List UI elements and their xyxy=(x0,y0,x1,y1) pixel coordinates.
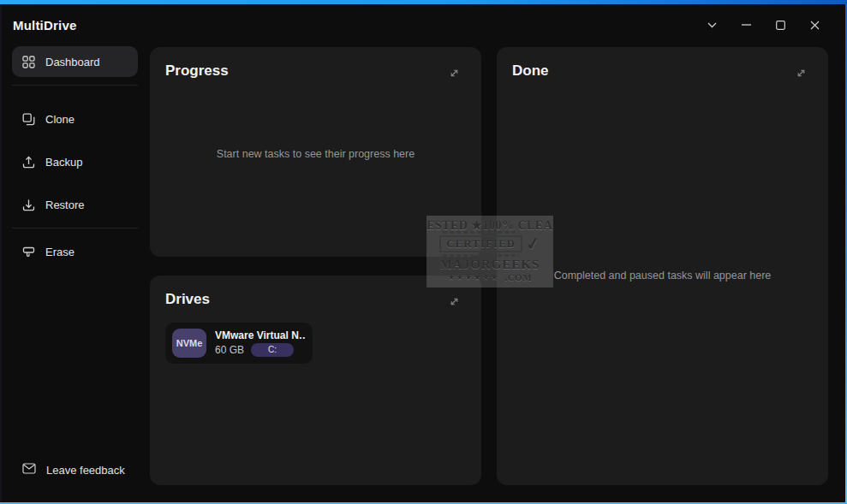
leave-feedback-label: Leave feedback xyxy=(46,464,125,477)
expand-icon[interactable] xyxy=(446,65,462,80)
window-frame-left xyxy=(0,4,2,502)
sidebar-item-dashboard[interactable]: Dashboard xyxy=(12,46,138,77)
sidebar-item-label: Clone xyxy=(45,113,75,126)
dashboard-grid-icon xyxy=(22,56,35,68)
sidebar-item-backup[interactable]: Backup xyxy=(12,146,138,177)
watermark-com-text: .COM xyxy=(504,272,532,282)
eraser-icon xyxy=(22,246,35,258)
titlebar: MultiDrive xyxy=(0,4,847,45)
app-title: MultiDrive xyxy=(13,18,77,33)
close-button[interactable] xyxy=(797,10,832,39)
sidebar-item-label: Dashboard xyxy=(45,56,100,68)
watermark-brand-text: MAJORGEEKS xyxy=(440,258,540,272)
progress-panel-title: Progress xyxy=(165,62,229,80)
drives-panel-title: Drives xyxy=(165,291,210,308)
maximize-button[interactable] xyxy=(763,10,797,39)
done-panel-title: Done xyxy=(512,62,549,80)
drive-name: VMware Virtual N… xyxy=(215,329,306,341)
expand-icon[interactable] xyxy=(793,65,808,80)
window-frame-top xyxy=(0,0,847,4)
leave-feedback-button[interactable]: Leave feedback xyxy=(0,453,150,487)
sidebar-item-label: Backup xyxy=(45,156,82,169)
sidebar-item-label: Erase xyxy=(45,246,75,258)
sidebar-divider xyxy=(12,85,138,86)
menu-chevron-down-icon[interactable] xyxy=(695,10,729,39)
drive-letter-badge: C: xyxy=(251,343,294,357)
sidebar-item-label: Restore xyxy=(45,199,85,211)
sidebar: Dashboard Clone Backup Restore xyxy=(0,45,150,502)
watermark-certified-stamp: CERTIFIED xyxy=(439,235,522,252)
expand-icon[interactable] xyxy=(446,294,462,309)
sidebar-item-restore[interactable]: Restore xyxy=(12,189,138,220)
majorgeeks-watermark: TESTED ★100% CLEAN CERTIFIED ✓ MAJORGEEK… xyxy=(426,216,553,288)
download-icon xyxy=(22,199,35,211)
sidebar-item-clone[interactable]: Clone xyxy=(12,104,138,134)
drives-panel: Drives NVMe VMware Virtual N… 60 GB C: xyxy=(150,276,481,485)
minimize-button[interactable] xyxy=(729,10,763,39)
envelope-icon xyxy=(22,463,36,477)
watermark-stars: ★★★★★★ xyxy=(448,273,499,282)
drive-size: 60 GB xyxy=(215,344,244,356)
drive-card[interactable]: NVMe VMware Virtual N… 60 GB C: xyxy=(165,323,313,364)
upload-icon xyxy=(22,156,35,169)
window-controls xyxy=(695,10,832,39)
drive-info: VMware Virtual N… 60 GB C: xyxy=(215,329,306,357)
app-window: MultiDrive Dashboard xyxy=(0,0,847,504)
sidebar-item-erase[interactable]: Erase xyxy=(12,236,138,267)
sidebar-divider xyxy=(12,228,138,228)
drive-type-badge: NVMe xyxy=(172,329,206,358)
clone-icon xyxy=(22,113,35,126)
watermark-checkmark-icon: ✓ xyxy=(524,233,541,255)
progress-placeholder-text: Start new tasks to see their progress he… xyxy=(150,148,481,160)
